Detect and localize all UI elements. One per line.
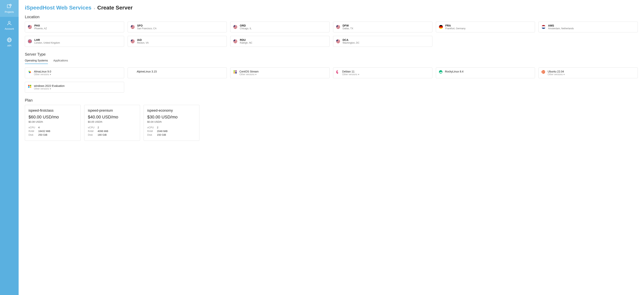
svg-rect-8 (28, 25, 32, 25)
location-code: PHX (34, 24, 47, 27)
svg-rect-53 (130, 42, 135, 42)
os-other-versions[interactable]: Other versions ▾ (34, 87, 64, 90)
flag-icon (542, 25, 546, 29)
location-card-dfw[interactable]: DFWDallas, TX (333, 21, 432, 32)
svg-rect-63 (233, 39, 235, 41)
location-desc: Frankfurt, Germany (445, 27, 466, 30)
breadcrumb-root[interactable]: iSpeedHost Web Services (25, 5, 91, 11)
plan-hourly: $0.08 USD/h (28, 120, 77, 123)
sidebar-item-label: API (7, 44, 12, 47)
os-other-versions[interactable]: Other versions ▾ (342, 73, 359, 76)
plan-card-ispeed-firstclass[interactable]: ispeed-firstclass$60.00 USD/mo$0.08 USD/… (25, 105, 81, 141)
location-card-fra[interactable]: FRAFrankfurt, Germany (436, 21, 535, 32)
os-card-alpine[interactable]: AlpineLinux 3.15 (128, 67, 227, 78)
os-card-alma[interactable]: AlmaLinux 9.0Other versions ▾ (25, 67, 124, 78)
os-name: Debian 11 (342, 70, 359, 73)
flag-icon (28, 39, 32, 43)
location-desc: Washington, DC (342, 41, 360, 44)
location-code: SFO (137, 24, 156, 27)
location-code: RDU (240, 38, 252, 41)
spec-label-vcpu: vCPU (147, 126, 154, 129)
location-card-ams[interactable]: AMSAmsterdam, Netherlands (538, 21, 638, 32)
svg-rect-27 (233, 27, 238, 28)
section-title-plan: Plan (25, 98, 638, 102)
svg-rect-40 (439, 26, 443, 27)
svg-point-72 (28, 71, 30, 72)
tab-applications[interactable]: Applications (53, 59, 68, 64)
location-code: DCA (342, 38, 360, 41)
spec-label-disk: Disk (147, 133, 154, 136)
spec-value-ram: 2048 MiB (157, 130, 168, 133)
breadcrumb-current: Create Server (97, 5, 132, 11)
chevron-down-icon: ▾ (50, 87, 51, 90)
svg-rect-45 (542, 28, 546, 29)
os-other-versions[interactable]: Other versions ▾ (548, 73, 565, 76)
sidebar-item-label: Account (5, 27, 14, 30)
plan-name: ispeed-firstclass (28, 109, 77, 113)
tab-operating-systems[interactable]: Operating Systems (25, 59, 48, 64)
os-card-rocky[interactable]: RockyLinux 8.4 (436, 67, 535, 78)
ubuntu-icon (542, 70, 545, 74)
flag-icon (336, 39, 340, 43)
section-title-location: Location (25, 15, 638, 19)
section-title-server-type: Server Type (25, 52, 638, 57)
sidebar: Projects Account API (0, 0, 18, 295)
flag-icon (28, 25, 32, 29)
svg-rect-36 (336, 28, 340, 28)
location-code: IAD (137, 38, 149, 41)
account-icon (6, 20, 12, 26)
location-card-sfo[interactable]: SFOSan Francisco, CA (128, 21, 227, 32)
alma-icon (28, 70, 32, 74)
location-card-ord[interactable]: ORDChicago, IL (230, 21, 330, 32)
svg-point-84 (542, 71, 543, 71)
plan-price: $40.00 USD/mo (88, 115, 136, 120)
location-card-iad[interactable]: IADReston, VA (128, 36, 227, 47)
svg-rect-43 (542, 25, 546, 26)
os-card-debian[interactable]: Debian 11Other versions ▾ (333, 67, 432, 78)
spec-label-vcpu: vCPU (28, 126, 36, 129)
svg-rect-12 (28, 28, 32, 28)
os-name: windows 2022 Evaluation (34, 84, 64, 87)
spec-value-disk: 180 GiB (98, 133, 107, 136)
sidebar-item-api[interactable]: API (0, 34, 18, 51)
svg-rect-71 (336, 39, 338, 41)
location-desc: Raleigh, NC (240, 41, 252, 44)
svg-rect-89 (30, 86, 31, 88)
os-card-windows[interactable]: windows 2022 EvaluationOther versions ▾ (25, 82, 124, 93)
location-code: LHR (34, 38, 60, 41)
os-card-centos[interactable]: CentOS StreamOther versions ▾ (230, 67, 330, 78)
plan-card-ispeed-economy[interactable]: ispeed-economy$30.00 USD/mo$0.04 USD/hvC… (144, 105, 200, 141)
svg-rect-39 (439, 25, 443, 26)
location-code: AMS (548, 24, 574, 27)
plan-grid: ispeed-firstclass$60.00 USD/mo$0.08 USD/… (25, 105, 638, 141)
debian-icon (336, 70, 340, 74)
svg-rect-86 (28, 85, 30, 86)
os-card-ubuntu[interactable]: Ubuntu 22.04Other versions ▾ (538, 67, 638, 78)
svg-point-85 (542, 72, 543, 73)
chevron-down-icon: ▾ (358, 73, 359, 76)
os-name: AlpineLinux 3.15 (137, 70, 157, 73)
location-code: FRA (445, 24, 466, 27)
spec-value-ram: 4096 MiB (98, 130, 108, 133)
projects-icon (6, 3, 12, 9)
location-card-phx[interactable]: PHXPhoenix, AZ (25, 21, 124, 32)
svg-rect-29 (233, 25, 235, 27)
plan-hourly: $0.05 USD/h (88, 120, 136, 123)
location-desc: Phoenix, AZ (34, 27, 47, 30)
os-other-versions[interactable]: Other versions ▾ (34, 73, 51, 76)
plan-card-ispeed-premium[interactable]: ispeed-premium$40.00 USD/mo$0.05 USD/hvC… (84, 105, 140, 141)
svg-rect-88 (28, 86, 30, 88)
os-other-versions[interactable]: Other versions ▾ (239, 73, 258, 76)
location-card-dca[interactable]: DCAWashington, DC (333, 36, 432, 47)
svg-rect-61 (233, 42, 238, 42)
svg-rect-70 (336, 42, 340, 43)
sidebar-item-projects[interactable]: Projects (0, 0, 18, 17)
svg-point-83 (544, 71, 545, 72)
location-desc: Amsterdam, Netherlands (548, 27, 574, 30)
sidebar-item-account[interactable]: Account (0, 17, 18, 34)
location-card-rdu[interactable]: RDURaleigh, NC (230, 36, 330, 47)
spec-value-vcpu: 2 (98, 126, 99, 129)
rocky-icon (439, 70, 443, 74)
location-card-lhr[interactable]: LHRLondon, United Kingdom (25, 36, 124, 47)
location-desc: Chicago, IL (240, 27, 252, 30)
